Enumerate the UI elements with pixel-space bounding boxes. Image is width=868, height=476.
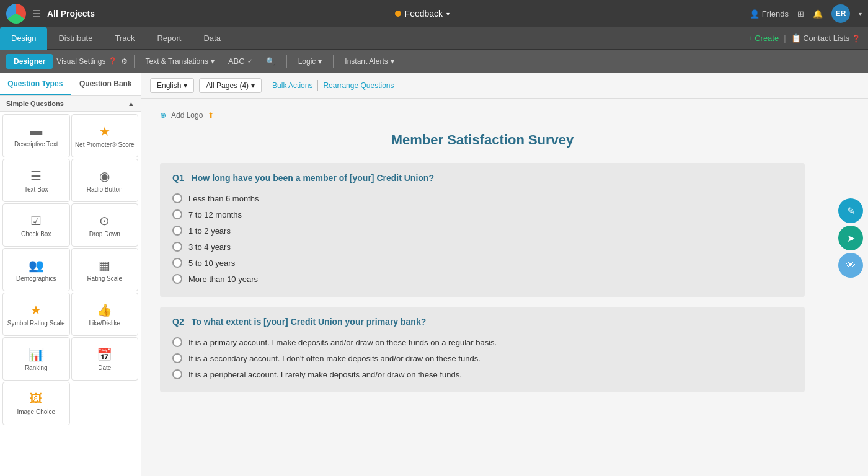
float-send-button[interactable]: ➤ [838, 226, 863, 250]
contact-lists-button[interactable]: 📋 Contact Lists ❓ [791, 33, 861, 43]
friends-button[interactable]: 👤 Friends [750, 9, 789, 19]
add-logo-bar[interactable]: ⊕ Add Logo ⬆ [160, 111, 805, 120]
contact-lists-icon: 📋 [791, 33, 801, 43]
top-bar: ☰ All Projects Feedback ▾ 👤 Friends ⊞ 🔔 … [0, 0, 868, 27]
q1-option-1-text: Less than 6 months [188, 194, 259, 203]
q1-option-4: 3 to 4 years [172, 239, 792, 255]
checkmark-icon: ✓ [247, 58, 252, 64]
top-right-actions: 👤 Friends ⊞ 🔔 ER ▾ [750, 4, 862, 23]
language-selector[interactable]: English ▾ [150, 78, 194, 93]
question-block-1: Q1 How long have you been a member of [y… [160, 163, 805, 297]
designer-button[interactable]: Designer [6, 54, 53, 69]
question-2-number: Q2 [172, 317, 184, 327]
qt-drop-down[interactable]: ⊙ Drop Down [71, 203, 139, 247]
tab-track[interactable]: Track [104, 27, 146, 50]
radio-icon[interactable] [172, 242, 182, 252]
toolbar-separator [134, 55, 135, 68]
qt-date[interactable]: 📅 Date [71, 337, 139, 381]
bulk-actions-link[interactable]: Bulk Actions [272, 81, 312, 90]
simple-questions-label: Simple Questions [6, 100, 64, 107]
radio-icon[interactable] [172, 369, 182, 379]
question-bank-tab[interactable]: Question Bank [71, 73, 141, 95]
instant-alerts-button[interactable]: Instant Alerts ▾ [340, 55, 399, 68]
text-translations-button[interactable]: Text & Translations ▾ [141, 55, 219, 68]
abc-button[interactable]: ABC ✓ [223, 54, 257, 68]
float-eye-button[interactable]: 👁 [838, 253, 863, 278]
all-projects-label[interactable]: All Projects [47, 9, 95, 19]
text-translations-label: Text & Translations [146, 57, 208, 66]
rearrange-questions-link[interactable]: Rearrange Questions [323, 81, 394, 90]
grid-icon: ⊞ [797, 9, 804, 19]
avatar[interactable]: ER [831, 4, 850, 23]
qt-ranking[interactable]: 📊 Ranking [2, 337, 70, 381]
qt-demographics[interactable]: 👥 Demographics [2, 248, 70, 291]
toolbar-separator-3 [333, 55, 334, 68]
gear-icon: ⚙ [121, 57, 128, 66]
radio-icon[interactable] [172, 193, 182, 203]
question-types-grid: ▬ Descriptive Text ★ Net Promoter® Score… [0, 112, 141, 428]
float-edit-button[interactable]: ✎ [838, 198, 863, 223]
help-icon: ❓ [108, 57, 117, 65]
text-box-icon: ☰ [30, 169, 42, 183]
hamburger-icon[interactable]: ☰ [32, 8, 41, 20]
radio-icon[interactable] [172, 209, 182, 219]
avatar-chevron-icon: ▾ [859, 11, 862, 17]
create-button[interactable]: + Create [748, 33, 779, 43]
pages-chevron-icon: ▾ [251, 81, 255, 90]
descriptive-text-icon: ▬ [30, 124, 42, 138]
logic-label: Logic [298, 57, 316, 66]
feedback-button[interactable]: Feedback ▾ [395, 9, 450, 19]
radio-icon[interactable] [172, 337, 182, 347]
left-panel: Question Types Question Bank Simple Ques… [0, 73, 141, 476]
question-2-header: Q2 To what extent is [your] Credit Union… [172, 317, 792, 327]
q2-option-2: It is a secondary account. I don't often… [172, 350, 792, 366]
logic-chevron-icon: ▾ [318, 57, 322, 66]
tab-report[interactable]: Report [146, 27, 192, 50]
qt-text-box[interactable]: ☰ Text Box [2, 159, 70, 202]
qt-descriptive-text-label: Descriptive Text [14, 141, 58, 148]
qt-like-dislike[interactable]: 👍 Like/Dislike [71, 293, 139, 336]
app-logo [6, 4, 26, 24]
toolbar-separator-2 [286, 55, 287, 68]
qt-symbol-rating-scale-label: Symbol Rating Scale [7, 320, 65, 327]
qt-net-promoter[interactable]: ★ Net Promoter® Score [71, 114, 139, 157]
edit-icon: ✎ [847, 205, 855, 217]
panel-tabs: Question Types Question Bank [0, 73, 141, 96]
tab-design[interactable]: Design [0, 27, 47, 50]
sub-separator [267, 80, 267, 91]
radio-icon[interactable] [172, 226, 182, 236]
visual-settings-button[interactable]: Visual Settings ❓ [56, 57, 117, 66]
simple-questions-header: Simple Questions ▲ [0, 96, 141, 112]
radio-icon[interactable] [172, 274, 182, 284]
contact-lists-label: Contact Lists [803, 33, 849, 43]
float-actions: ✎ ➤ 👁 [838, 198, 868, 278]
notifications-button[interactable]: 🔔 [813, 9, 823, 19]
pages-selector[interactable]: All Pages (4) ▾ [199, 78, 262, 93]
help-circle-icon: ❓ [852, 35, 861, 42]
qt-symbol-rating-scale[interactable]: ★ Symbol Rating Scale [2, 293, 70, 336]
drop-down-icon: ⊙ [99, 213, 110, 228]
sub-toolbar: English ▾ All Pages (4) ▾ Bulk Actions R… [141, 73, 868, 99]
qt-check-box[interactable]: ☑ Check Box [2, 203, 70, 247]
send-icon: ➤ [847, 232, 855, 244]
radio-icon[interactable] [172, 258, 182, 268]
qt-rating-scale[interactable]: ▦ Rating Scale [71, 248, 139, 291]
grid-icon-button[interactable]: ⊞ [797, 9, 804, 19]
q1-option-1: Less than 6 months [172, 190, 792, 206]
qt-radio-button[interactable]: ◉ Radio Button [71, 159, 139, 202]
settings-gear-button[interactable]: ⚙ [121, 57, 128, 66]
tab-distribute[interactable]: Distribute [47, 27, 104, 50]
logic-button[interactable]: Logic ▾ [293, 55, 327, 68]
survey-title: Member Satisfaction Survey [160, 132, 805, 148]
instant-alerts-label: Instant Alerts [345, 57, 388, 66]
q2-option-1-text: It is a primary account. I make deposits… [188, 338, 497, 347]
qt-descriptive-text[interactable]: ▬ Descriptive Text [2, 114, 70, 157]
search-button[interactable]: 🔍 [261, 55, 280, 68]
tab-data[interactable]: Data [192, 27, 231, 50]
radio-icon[interactable] [172, 353, 182, 363]
radio-button-icon: ◉ [99, 169, 110, 183]
question-types-tab[interactable]: Question Types [0, 73, 71, 95]
collapse-icon[interactable]: ▲ [128, 100, 135, 107]
search-icon: 🔍 [266, 57, 275, 66]
qt-image-choice[interactable]: 🖼 Image Choice [2, 382, 70, 425]
